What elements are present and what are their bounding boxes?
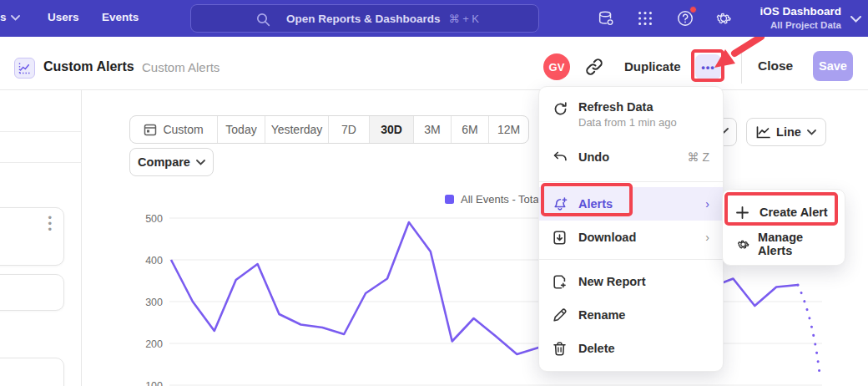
search-placeholder: Open Reports & Dashboards: [286, 13, 441, 25]
breadcrumb: Custom Alerts: [142, 60, 220, 74]
menu-item-new-report[interactable]: New Report: [539, 265, 723, 298]
duplicate-button[interactable]: Duplicate: [624, 59, 681, 74]
top-navbar: s Users Events Open Reports & Dashboards…: [0, 0, 868, 37]
chevron-down-icon: [196, 160, 205, 165]
nav-item-partial[interactable]: s: [0, 11, 7, 23]
date-range-custom[interactable]: Custom: [130, 116, 217, 143]
date-range-label: 7D: [341, 123, 356, 136]
date-range-3m[interactable]: 3M: [413, 116, 451, 143]
date-range-label: 3M: [424, 123, 440, 136]
avatar[interactable]: GV: [543, 53, 570, 80]
sidebar-divider: [0, 131, 82, 132]
notification-dot: [689, 6, 697, 13]
save-button[interactable]: Save: [813, 51, 853, 81]
date-range-30d-selected[interactable]: 30D: [369, 116, 413, 143]
apps-grid-icon[interactable]: [636, 9, 654, 28]
date-range-control: Custom Today Yesterday 7D 30D 3M 6M 12M: [129, 115, 529, 144]
gear-icon: [736, 237, 758, 251]
legend-label: All Events - Total: [461, 193, 542, 206]
date-range-label: Custom: [163, 123, 203, 136]
sidebar-card[interactable]: [0, 358, 64, 386]
date-range-6m[interactable]: 6M: [451, 116, 488, 143]
legend-swatch: [445, 195, 454, 204]
alert-bell-icon: [553, 197, 578, 211]
chart-legend[interactable]: All Events - Total: [445, 193, 542, 206]
menu-item-download[interactable]: Download ›: [539, 221, 723, 254]
submenu-chevron-icon: ›: [705, 231, 709, 243]
submenu-chevron-icon: ›: [705, 198, 709, 210]
menu-item-undo[interactable]: Undo ⌘ Z: [539, 138, 723, 176]
svg-text:300: 300: [145, 297, 163, 308]
menu-label: Delete: [578, 342, 615, 355]
menu-divider: [539, 259, 723, 260]
menu-label: Refresh Data: [578, 100, 677, 114]
search-input[interactable]: Open Reports & Dashboards ⌘ + K: [190, 4, 539, 33]
trash-icon: [553, 342, 578, 356]
undo-icon: [553, 151, 578, 164]
more-options-menu: Refresh Data Data from 1 min ago Undo ⌘ …: [538, 86, 724, 372]
svg-text:500: 500: [145, 213, 163, 225]
menu-label: New Report: [578, 275, 646, 288]
menu-label: Download: [578, 231, 636, 244]
submenu-item-manage-alerts[interactable]: Manage Alerts: [723, 228, 845, 260]
alerts-submenu: Create Alert Manage Alerts: [722, 189, 845, 266]
date-range-label: Yesterday: [271, 123, 323, 136]
new-report-icon: [553, 275, 578, 289]
sidebar-card[interactable]: [0, 274, 64, 311]
submenu-item-create-alert[interactable]: Create Alert: [723, 196, 845, 228]
menu-label: Alerts: [578, 197, 613, 211]
project-chevron-down-icon: [850, 16, 861, 23]
chart-type-button[interactable]: Line: [746, 118, 826, 146]
report-chart-icon: [14, 58, 35, 79]
nav-item-users[interactable]: Users: [48, 11, 79, 23]
svg-text:200: 200: [145, 338, 163, 350]
menu-label: Rename: [578, 308, 625, 322]
svg-text:100: 100: [145, 380, 163, 386]
line-chart-icon: [756, 126, 770, 139]
menu-item-delete[interactable]: Delete: [539, 332, 723, 365]
date-range-7d[interactable]: 7D: [328, 116, 369, 143]
header-divider: [741, 50, 742, 84]
submenu-label: Manage Alerts: [758, 231, 835, 257]
report-header: Custom Alerts Custom Alerts GV Duplicate…: [0, 37, 868, 90]
more-options-button[interactable]: •••: [695, 54, 721, 79]
menu-shortcut: ⌘ Z: [688, 150, 709, 164]
chevron-down-icon: [11, 15, 20, 21]
project-scope: All Project Data: [760, 19, 841, 31]
date-range-label: 12M: [497, 123, 520, 136]
menu-divider: [539, 181, 723, 182]
compare-button[interactable]: Compare: [129, 148, 214, 176]
menu-item-rename[interactable]: Rename: [539, 298, 723, 332]
date-range-label: 6M: [462, 123, 477, 136]
plus-icon: [736, 206, 760, 219]
menu-sublabel: Data from 1 min ago: [578, 116, 677, 129]
pencil-icon: [553, 308, 578, 322]
download-icon: [553, 231, 578, 245]
menu-label: Undo: [578, 150, 609, 164]
submenu-label: Create Alert: [760, 206, 828, 219]
refresh-icon: [553, 102, 578, 116]
copy-link-icon[interactable]: [584, 57, 604, 77]
search-shortcut: ⌘ + K: [449, 13, 480, 25]
menu-item-refresh-data[interactable]: Refresh Data Data from 1 min ago: [539, 93, 723, 138]
svg-text:400: 400: [145, 255, 163, 267]
date-range-yesterday[interactable]: Yesterday: [265, 116, 328, 143]
nav-item-events[interactable]: Events: [102, 11, 139, 23]
search-icon: [256, 13, 270, 27]
project-selector[interactable]: iOS Dashboard All Project Data: [760, 4, 841, 31]
settings-gear-icon[interactable]: [714, 9, 733, 28]
date-range-today[interactable]: Today: [217, 116, 265, 143]
kebab-menu-icon[interactable]: •••: [48, 215, 52, 232]
menu-item-alerts[interactable]: Alerts ›: [539, 187, 723, 221]
date-range-label: 30D: [381, 123, 402, 136]
chevron-down-icon: [807, 130, 816, 135]
date-range-12m[interactable]: 12M: [488, 116, 528, 143]
close-button[interactable]: Close: [758, 58, 793, 74]
sidebar-divider: [0, 162, 82, 163]
data-management-icon[interactable]: [597, 9, 615, 28]
chart-type-label: Line: [776, 125, 801, 139]
page-title: Custom Alerts: [43, 59, 134, 74]
sidebar-card[interactable]: •••: [0, 207, 64, 266]
left-sidebar: •••: [0, 90, 82, 386]
date-range-label: Today: [225, 123, 256, 136]
